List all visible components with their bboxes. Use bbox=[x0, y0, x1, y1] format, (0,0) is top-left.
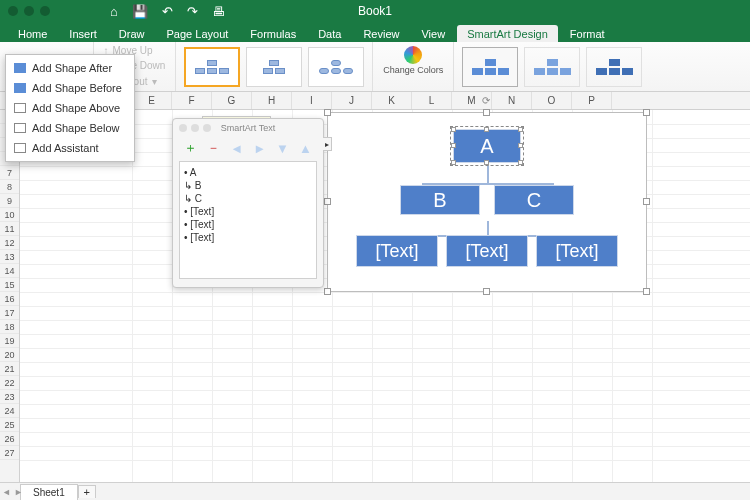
tab-home[interactable]: Home bbox=[8, 25, 57, 42]
smartart-canvas[interactable]: ⟳ A B C [Text] [Text] [Text] bbox=[327, 112, 647, 292]
tab-data[interactable]: Data bbox=[308, 25, 351, 42]
sheet-nav-next-icon[interactable]: ► bbox=[14, 487, 23, 497]
smartart-text-toolbar: ＋ － ◄ ► ▼ ▲ bbox=[173, 137, 323, 159]
layout-thumb-1[interactable] bbox=[184, 47, 240, 87]
col-header[interactable]: O bbox=[532, 92, 572, 109]
smartart-list-item[interactable]: • [Text] bbox=[184, 218, 312, 231]
smartart-text-panel[interactable]: SmartArt Text ＋ － ◄ ► ▼ ▲ • A ↳ B ↳ C • … bbox=[172, 118, 324, 288]
col-header[interactable]: P bbox=[572, 92, 612, 109]
row-header[interactable]: 26 bbox=[0, 432, 19, 446]
row-header[interactable]: 15 bbox=[0, 278, 19, 292]
add-item-icon[interactable]: ＋ bbox=[184, 139, 197, 157]
panel-expand-icon[interactable]: ▸ bbox=[323, 137, 332, 151]
style-thumb-3[interactable] bbox=[586, 47, 642, 87]
col-header[interactable]: N bbox=[492, 92, 532, 109]
tab-format[interactable]: Format bbox=[560, 25, 615, 42]
tab-insert[interactable]: Insert bbox=[59, 25, 107, 42]
row-header[interactable]: 9 bbox=[0, 194, 19, 208]
tab-view[interactable]: View bbox=[411, 25, 455, 42]
org-node-bottom[interactable]: [Text] bbox=[536, 235, 618, 267]
row-header[interactable]: 22 bbox=[0, 376, 19, 390]
outdent-icon[interactable]: ◄ bbox=[230, 141, 243, 156]
row-header[interactable]: 21 bbox=[0, 362, 19, 376]
org-node-label: C bbox=[527, 189, 541, 212]
sheet-nav-prev-icon[interactable]: ◄ bbox=[2, 487, 11, 497]
layout-thumb-3[interactable] bbox=[308, 47, 364, 87]
smartart-list-item[interactable]: ↳ C bbox=[184, 192, 312, 205]
resize-handle[interactable] bbox=[643, 109, 650, 116]
smartart-text-list[interactable]: • A ↳ B ↳ C • [Text] • [Text] • [Text] bbox=[179, 161, 317, 279]
smartart-text-titlebar[interactable]: SmartArt Text bbox=[173, 119, 323, 137]
org-node-top[interactable]: A bbox=[453, 129, 521, 163]
dd-label: Add Shape Below bbox=[32, 122, 119, 134]
style-thumb-1[interactable] bbox=[462, 47, 518, 87]
tab-formulas[interactable]: Formulas bbox=[240, 25, 306, 42]
col-header[interactable]: G bbox=[212, 92, 252, 109]
dd-add-shape-below[interactable]: Add Shape Below bbox=[6, 118, 134, 138]
row-header[interactable]: 11 bbox=[0, 222, 19, 236]
dd-add-shape-before[interactable]: Add Shape Before bbox=[6, 78, 134, 98]
row-header[interactable]: 8 bbox=[0, 180, 19, 194]
col-header[interactable]: E bbox=[132, 92, 172, 109]
tab-smartart-design[interactable]: SmartArt Design bbox=[457, 25, 558, 42]
tab-review[interactable]: Review bbox=[353, 25, 409, 42]
sheet-tab[interactable]: Sheet1 bbox=[20, 484, 78, 500]
org-node-mid[interactable]: C bbox=[494, 185, 574, 215]
org-node-bottom[interactable]: [Text] bbox=[356, 235, 438, 267]
dd-label: Add Shape Before bbox=[32, 82, 122, 94]
add-sheet-button[interactable]: + bbox=[78, 485, 96, 498]
org-node-bottom[interactable]: [Text] bbox=[446, 235, 528, 267]
smartart-list-item[interactable]: • A bbox=[184, 166, 312, 179]
move-down-icon[interactable]: ▼ bbox=[276, 141, 289, 156]
row-header[interactable]: 25 bbox=[0, 418, 19, 432]
org-node-label: B bbox=[433, 189, 446, 212]
col-header[interactable]: L bbox=[412, 92, 452, 109]
col-header[interactable]: H bbox=[252, 92, 292, 109]
add-shape-dropdown: Add Shape After Add Shape Before Add Sha… bbox=[5, 54, 135, 162]
col-header[interactable]: F bbox=[172, 92, 212, 109]
dd-add-shape-above[interactable]: Add Shape Above bbox=[6, 98, 134, 118]
panel-close-icon[interactable] bbox=[179, 124, 187, 132]
row-header[interactable]: 16 bbox=[0, 292, 19, 306]
change-colors-button[interactable]: Change Colors bbox=[373, 42, 454, 91]
row-header[interactable]: 13 bbox=[0, 250, 19, 264]
row-header[interactable]: 7 bbox=[0, 166, 19, 180]
row-header[interactable]: 27 bbox=[0, 446, 19, 460]
tab-page-layout[interactable]: Page Layout bbox=[157, 25, 239, 42]
row-header[interactable]: 18 bbox=[0, 320, 19, 334]
smartart-list-item[interactable]: • [Text] bbox=[184, 231, 312, 244]
layout-thumb-2[interactable] bbox=[246, 47, 302, 87]
row-header[interactable]: 14 bbox=[0, 264, 19, 278]
row-header[interactable]: 10 bbox=[0, 208, 19, 222]
row-header[interactable]: 17 bbox=[0, 306, 19, 320]
resize-handle[interactable] bbox=[483, 288, 490, 295]
org-node-mid[interactable]: B bbox=[400, 185, 480, 215]
smartart-text-title: SmartArt Text bbox=[221, 123, 275, 133]
resize-handle[interactable] bbox=[324, 109, 331, 116]
tab-draw[interactable]: Draw bbox=[109, 25, 155, 42]
dd-add-shape-after[interactable]: Add Shape After bbox=[6, 58, 134, 78]
smartart-list-item[interactable]: • [Text] bbox=[184, 205, 312, 218]
row-header[interactable]: 19 bbox=[0, 334, 19, 348]
col-header[interactable]: I bbox=[292, 92, 332, 109]
remove-item-icon[interactable]: － bbox=[207, 139, 220, 157]
indent-icon[interactable]: ► bbox=[253, 141, 266, 156]
row-header[interactable]: 23 bbox=[0, 390, 19, 404]
resize-handle[interactable] bbox=[324, 288, 331, 295]
row-header[interactable]: 20 bbox=[0, 348, 19, 362]
smartart-list-item[interactable]: ↳ B bbox=[184, 179, 312, 192]
move-up-icon[interactable]: ▲ bbox=[299, 141, 312, 156]
col-header[interactable]: K bbox=[372, 92, 412, 109]
row-header[interactable]: 12 bbox=[0, 236, 19, 250]
panel-zoom-icon[interactable] bbox=[203, 124, 211, 132]
col-header[interactable]: J bbox=[332, 92, 372, 109]
rotate-handle-icon[interactable]: ⟳ bbox=[482, 95, 490, 106]
dd-add-assistant[interactable]: Add Assistant bbox=[6, 138, 134, 158]
style-thumb-2[interactable] bbox=[524, 47, 580, 87]
resize-handle[interactable] bbox=[643, 288, 650, 295]
resize-handle[interactable] bbox=[324, 198, 331, 205]
resize-handle[interactable] bbox=[483, 109, 490, 116]
resize-handle[interactable] bbox=[643, 198, 650, 205]
row-header[interactable]: 24 bbox=[0, 404, 19, 418]
panel-min-icon[interactable] bbox=[191, 124, 199, 132]
